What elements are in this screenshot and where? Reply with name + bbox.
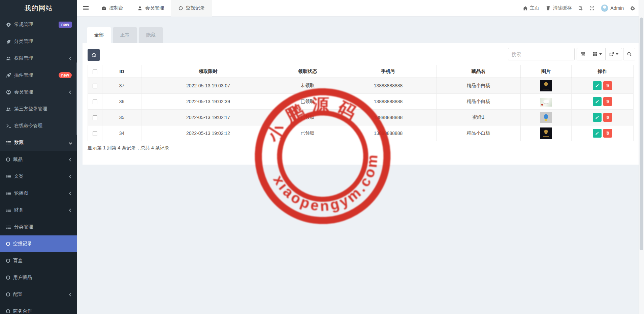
column-header-actions: 操作 — [572, 65, 634, 78]
admin-avatar — [601, 4, 608, 12]
sidebar-subitem-carousel[interactable]: 轮播图 — [0, 185, 77, 202]
sidebar-item-online-command[interactable]: 在线命令管理 — [0, 117, 77, 134]
delete-button[interactable] — [603, 113, 612, 122]
rocket-icon — [6, 73, 11, 78]
pencil-icon — [595, 131, 599, 135]
chevron-left-icon — [69, 293, 72, 296]
sidebar-subitem-finance[interactable]: 财务 — [0, 202, 77, 219]
row-checkbox[interactable] — [93, 115, 97, 120]
refresh-icon — [91, 53, 96, 58]
sidebar-item-general[interactable]: 常规管理 new — [0, 16, 77, 33]
settings-button[interactable] — [630, 6, 635, 11]
sidebar-subitem-category[interactable]: 分类管理 — [0, 219, 77, 235]
search-input[interactable] — [508, 48, 575, 60]
sidebar-subitem-copywriting[interactable]: 文案 — [0, 168, 77, 185]
sidebar-subitem-config[interactable]: 配置 — [0, 286, 77, 303]
edit-button[interactable] — [593, 113, 602, 122]
top-navbar: 控制台 会员管理 空投记录 主页 清除缓存 Admin — [77, 0, 644, 17]
sidebar-subitem-business[interactable]: 商务合作 — [0, 303, 77, 314]
list-icon — [6, 174, 11, 179]
chevron-left-icon — [69, 208, 72, 212]
trash-icon — [606, 115, 610, 119]
collection-thumbnail[interactable] — [540, 112, 552, 123]
filter-tab-all[interactable]: 全部 — [87, 27, 111, 43]
sidebar-subitem-airdrop-records[interactable]: 空投记录 — [0, 235, 77, 252]
sidebar-item-thirdparty-login[interactable]: 第三方登录管理 — [0, 101, 77, 117]
filter-tab-normal[interactable]: 正常 — [113, 27, 137, 43]
book-pen-icon — [578, 6, 583, 11]
gauge-icon — [101, 6, 106, 11]
status-badge: 已领取 — [275, 110, 340, 125]
nav-tab-dashboard[interactable]: 控制台 — [94, 0, 130, 17]
new-badge: new — [59, 72, 72, 78]
trash-icon — [606, 131, 610, 135]
row-checkbox[interactable] — [93, 131, 97, 136]
delete-button[interactable] — [603, 129, 612, 138]
delete-button[interactable] — [603, 97, 612, 106]
columns-button[interactable] — [589, 48, 606, 60]
scrollbar-thumb[interactable] — [640, 18, 643, 250]
nav-tab-airdrop-records[interactable]: 空投记录 — [171, 0, 212, 17]
edit-button[interactable] — [593, 129, 602, 138]
home-link[interactable]: 主页 — [523, 5, 539, 11]
search-button[interactable] — [623, 48, 635, 60]
edit-button[interactable] — [593, 81, 602, 90]
status-badge: 已领取 — [275, 94, 340, 110]
export-button[interactable] — [606, 48, 622, 60]
sidebar-scrollbar-thumb[interactable] — [76, 62, 77, 135]
docs-button[interactable] — [578, 6, 583, 11]
chevron-left-icon — [69, 175, 72, 178]
export-icon — [609, 52, 614, 57]
circle-icon — [6, 158, 10, 162]
filter-tab-hidden[interactable]: 隐藏 — [139, 27, 163, 43]
clear-cache-link[interactable]: 清除缓存 — [546, 5, 572, 11]
row-checkbox[interactable] — [93, 84, 97, 88]
sidebar-item-nft[interactable]: 数藏 — [0, 134, 77, 151]
trash-icon — [546, 6, 551, 11]
circle-icon — [178, 6, 183, 11]
window-scrollbar[interactable] — [639, 0, 644, 314]
chevron-left-icon — [69, 90, 72, 94]
common-search-button[interactable] — [577, 48, 589, 60]
circle-icon — [6, 259, 10, 263]
sidebar-item-plugins[interactable]: 插件管理 new — [0, 67, 77, 84]
table-row: 35 2022-05-13 19:02:17 已领取 13888888888 蜜… — [88, 110, 634, 125]
chevron-down-icon — [69, 141, 72, 144]
row-checkbox[interactable] — [93, 99, 97, 104]
caret-down-icon — [616, 53, 618, 55]
user-circle-icon — [6, 90, 11, 95]
status-badge: 未领取 — [275, 78, 340, 94]
sidebar-item-category[interactable]: 分类管理 — [0, 33, 77, 50]
sidebar-item-permissions[interactable]: 权限管理 — [0, 50, 77, 67]
sidebar-subitem-user-collections[interactable]: 用户藏品 — [0, 269, 77, 286]
column-header-image: 图片 — [521, 65, 572, 78]
caret-down-icon — [599, 53, 602, 55]
sidebar-item-members[interactable]: 会员管理 — [0, 84, 77, 101]
sidebar-subitem-blindbox[interactable]: 盲盒 — [0, 252, 77, 269]
sidebar-subitem-collections[interactable]: 藏品 — [0, 151, 77, 168]
select-all-checkbox[interactable] — [93, 69, 97, 74]
circle-icon — [6, 292, 10, 296]
refresh-button[interactable] — [88, 49, 100, 61]
column-header-name: 藏品名 — [437, 65, 521, 78]
chevron-left-icon — [69, 192, 72, 195]
collection-thumbnail[interactable] — [540, 127, 552, 139]
leaf-icon — [6, 39, 11, 44]
brand-title: 我的网站 — [0, 0, 77, 16]
collection-thumbnail[interactable] — [540, 98, 552, 107]
chevron-left-icon — [69, 158, 72, 161]
sidebar-toggle-button[interactable] — [77, 0, 94, 17]
fullscreen-button[interactable] — [589, 6, 594, 11]
user-menu[interactable]: Admin — [601, 4, 624, 12]
table-header-row: ID 领取限时 领取状态 手机号 藏品名 图片 操作 — [88, 65, 634, 78]
chevron-left-icon — [69, 57, 72, 60]
collection-thumbnail[interactable] — [540, 80, 552, 91]
sidebar: 我的网站 常规管理 new 分类管理 权限管理 插件管理 new 会员管理 第三… — [0, 0, 77, 314]
list-icon — [6, 140, 11, 145]
gears-icon — [6, 22, 11, 27]
nav-tab-members[interactable]: 会员管理 — [130, 0, 171, 17]
edit-button[interactable] — [593, 97, 602, 106]
circle-icon — [6, 309, 10, 313]
column-header-id: ID — [102, 65, 141, 78]
delete-button[interactable] — [603, 81, 612, 90]
